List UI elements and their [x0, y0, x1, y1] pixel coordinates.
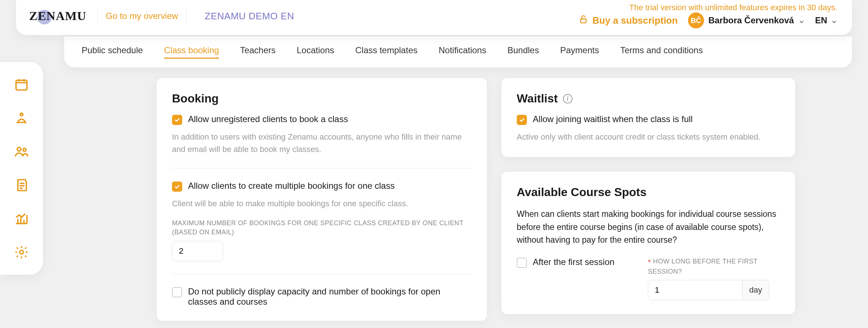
allow-unregistered-checkbox[interactable]	[172, 115, 182, 125]
sidebar	[0, 62, 43, 275]
allow-waitlist-checkbox[interactable]	[517, 115, 527, 125]
people-icon[interactable]	[13, 144, 30, 160]
svg-point-3	[23, 148, 26, 151]
lock-open-icon	[579, 15, 588, 27]
allow-multiple-checkbox[interactable]	[172, 181, 182, 192]
svg-rect-0	[16, 80, 27, 90]
username-label: Barbora Červenková	[708, 15, 794, 26]
tabs: Public schedule Class booking Teachers L…	[64, 36, 852, 67]
waitlist-card: Waitlist i Allow joining waitlist when t…	[501, 78, 795, 157]
allow-unregistered-label: Allow unregistered clients to book a cla…	[188, 114, 348, 124]
trial-notice: The trial version with unlimited feature…	[629, 3, 837, 12]
svg-point-4	[20, 250, 23, 254]
after-first-session-checkbox[interactable]	[517, 258, 527, 268]
max-bookings-label: MAXIMUM NUMBER OF BOOKINGS FOR ONE SPECI…	[172, 219, 472, 237]
tab-class-templates[interactable]: Class templates	[355, 45, 418, 59]
divider	[186, 9, 187, 23]
logo-text: ZENAMU	[29, 9, 86, 23]
analytics-icon[interactable]	[13, 211, 30, 227]
tab-public-schedule[interactable]: Public schedule	[82, 45, 143, 59]
booking-card: Booking Allow unregistered clients to bo…	[157, 78, 487, 321]
tab-teachers[interactable]: Teachers	[240, 45, 275, 59]
language-label: EN	[815, 15, 827, 26]
language-selector[interactable]: EN	[815, 15, 837, 26]
tab-terms[interactable]: Terms and conditions	[620, 45, 703, 59]
report-icon[interactable]	[13, 177, 30, 193]
svg-rect-5	[580, 19, 586, 23]
tab-class-booking[interactable]: Class booking	[164, 45, 219, 59]
course-spots-description: When can clients start making bookings f…	[517, 208, 780, 247]
svg-point-1	[20, 113, 23, 116]
topbar: The trial version with unlimited feature…	[16, 0, 852, 35]
chevron-down-icon	[831, 17, 837, 24]
allow-waitlist-label: Allow joining waitlist when the class is…	[533, 114, 693, 124]
info-icon[interactable]: i	[563, 94, 572, 104]
course-spots-card: Available Course Spots When can clients …	[501, 172, 795, 314]
tab-notifications[interactable]: Notifications	[439, 45, 486, 59]
allow-unregistered-help: In addition to users with existing Zenam…	[172, 131, 472, 156]
allow-multiple-help: Client will be able to make multiple boo…	[172, 198, 472, 210]
avatar: BČ	[688, 12, 704, 28]
hide-capacity-checkbox[interactable]	[172, 287, 182, 297]
divider	[172, 274, 472, 274]
overview-link[interactable]: Go to my overview	[106, 11, 178, 21]
divider	[97, 9, 98, 23]
demo-title: ZENAMU DEMO EN	[205, 11, 294, 22]
how-long-unit[interactable]: day	[743, 280, 769, 300]
waitlist-title: Waitlist	[517, 92, 558, 105]
tab-locations[interactable]: Locations	[297, 45, 334, 59]
user-menu[interactable]: BČ Barbora Červenková	[688, 12, 805, 28]
allow-multiple-label: Allow clients to create multiple booking…	[188, 181, 395, 191]
max-bookings-input[interactable]	[172, 241, 223, 261]
settings-icon[interactable]	[13, 244, 30, 260]
meditate-icon[interactable]	[13, 110, 30, 126]
how-long-input[interactable]	[648, 280, 743, 300]
after-first-session-label: After the first session	[533, 257, 614, 267]
chevron-down-icon	[798, 17, 805, 24]
hide-capacity-label: Do not publicly display capacity and num…	[188, 286, 472, 307]
svg-point-2	[17, 147, 21, 151]
main: Booking Allow unregistered clients to bo…	[157, 78, 795, 321]
logo[interactable]: ZENAMU	[26, 9, 89, 23]
divider	[172, 168, 472, 168]
tab-payments[interactable]: Payments	[560, 45, 599, 59]
waitlist-help: Active only with client account credit o…	[517, 131, 780, 143]
course-spots-title: Available Course Spots	[517, 186, 780, 199]
tab-bundles[interactable]: Bundles	[507, 45, 539, 59]
how-long-label: *HOW LONG BEFORE THE FIRST SESSION?	[648, 257, 780, 276]
buy-label: Buy a subscription	[593, 15, 678, 26]
calendar-icon[interactable]	[13, 77, 30, 93]
booking-title: Booking	[172, 92, 472, 105]
buy-subscription-link[interactable]: Buy a subscription	[579, 15, 678, 27]
